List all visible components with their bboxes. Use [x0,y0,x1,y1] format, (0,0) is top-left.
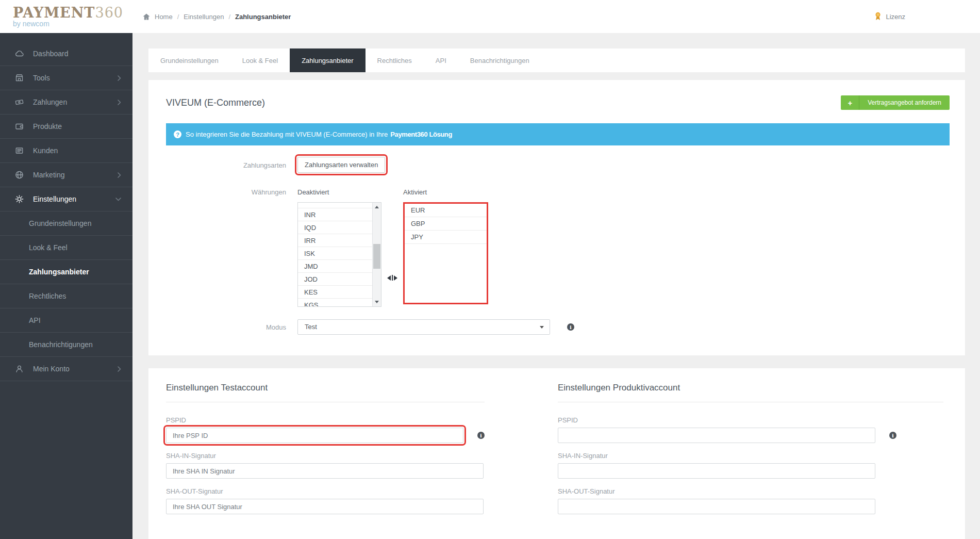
triangle-up-icon [375,206,379,208]
activated-currency-list: EUR GBP JPY [403,202,488,304]
sidebar-item-grundeinstellungen[interactable]: Grundeinstellungen [0,211,132,236]
info-icon[interactable]: i [477,432,485,439]
arrow-left-icon [387,275,391,281]
sidebar-item-mein-konto[interactable]: Mein Konto [0,357,132,381]
sidebar-item-marketing[interactable]: Marketing [0,163,132,187]
currency-option[interactable]: IRR [298,234,372,247]
sidebar-item-tools[interactable]: Tools [0,66,132,90]
currency-option[interactable]: INR [298,208,372,221]
activated-header: Aktiviert [403,188,488,196]
award-icon [874,12,882,21]
prod-account-section: Einstellungen Produktivaccount PSPID i S… [558,383,943,523]
currency-option[interactable]: KES [298,286,372,299]
sha-in-label: SHA-IN-Signatur [166,452,485,460]
scrollbar-thumb[interactable] [373,244,380,269]
sidebar-sub-label: Benachrichtigungen [29,340,93,349]
sidebar-item-look-feel[interactable]: Look & Feel [0,236,132,260]
tab-api[interactable]: API [424,48,458,72]
sidebar-item-zahlungsanbieter[interactable]: Zahlungsanbieter [0,260,132,284]
tab-grundeinstellungen[interactable]: Grundeinstellungen [148,48,230,72]
test-pspid-input[interactable] [166,428,463,443]
test-account-section: Einstellungen Testaccount PSPID i SHA-IN… [166,383,485,523]
list-partial-row [298,203,372,208]
globe-icon [14,170,24,179]
tab-zahlungsanbieter[interactable]: Zahlungsanbieter [290,48,365,72]
caret-down-icon [540,326,544,329]
currency-option[interactable]: IQD [298,221,372,234]
breadcrumb: Home / Einstellungen / Zahlungsanbieter [143,13,291,21]
test-sha-out-input[interactable] [166,499,484,514]
banner-brand-text: Payment360 Lösung [390,130,452,138]
tab-benachrichtigungen[interactable]: Benachrichtigungen [458,48,541,72]
currency-option[interactable]: JPY [405,231,487,244]
currency-option[interactable]: GBP [405,217,487,231]
sidebar-sub-label: API [29,316,41,324]
scroll-down-button[interactable] [373,298,381,306]
store-icon [14,73,24,83]
currency-option[interactable]: EUR [405,204,487,217]
divider-bar [392,275,393,281]
sidebar-item-label: Zahlungen [33,98,67,106]
scrollbar-track[interactable] [373,211,381,298]
prod-sha-out-input[interactable] [558,499,875,514]
banner-text: So integrieren Sie die Bezahlung mit VIV… [186,130,388,138]
info-icon[interactable]: i [889,432,896,439]
page-title: VIVEUM (E-Commerce) [166,97,265,108]
list-scrollbar[interactable] [372,203,381,306]
pspid-label: PSPID [166,416,485,424]
sidebar-item-einstellungen[interactable]: Einstellungen [0,187,132,211]
prod-pspid-input[interactable] [558,428,875,443]
sidebar-item-zahlungen[interactable]: Zahlungen [0,90,132,115]
test-sha-in-input[interactable] [166,463,484,479]
tab-rechtliches[interactable]: Rechtliches [366,48,424,72]
currency-option[interactable]: JOD [298,273,372,286]
logo-accent-text: 360 [95,5,123,21]
chevron-right-icon [118,172,121,178]
breadcrumb-current: Zahlungsanbieter [235,13,291,21]
accounts-card: Einstellungen Testaccount PSPID i SHA-IN… [148,368,965,539]
sidebar-item-label: Marketing [33,171,64,179]
currency-option[interactable]: JMD [298,260,372,273]
currency-option[interactable]: ISK [298,247,372,260]
breadcrumb-einstellungen[interactable]: Einstellungen [184,13,224,21]
main-content: Grundeinstellungen Look & Feel Zahlungsa… [132,33,980,539]
prod-sha-in-input[interactable] [558,463,875,479]
license-link[interactable]: Lizenz [874,12,905,21]
pspid-label: PSPID [558,416,943,424]
sidebar-item-kunden[interactable]: Kunden [0,139,132,163]
sidebar-item-dashboard[interactable]: Dashboard [0,42,132,66]
license-label: Lizenz [886,13,905,21]
scroll-up-button[interactable] [373,203,381,211]
transfer-arrows-icon [387,249,397,307]
banknote-icon [14,97,24,107]
breadcrumb-home[interactable]: Home [155,13,173,21]
logo-main-text: PAYMENT [13,5,95,21]
sidebar-nav: Dashboard Tools Zahlungen Produkte Kunde… [0,33,132,539]
mode-select[interactable]: Test [297,319,550,335]
integration-info-banner: ? So integrieren Sie die Bezahlung mit V… [166,123,950,145]
manage-payment-types-button[interactable]: Zahlungsarten verwalten [297,157,385,173]
currency-option[interactable]: KGS [298,299,372,306]
deactivated-header: Deaktiviert [297,188,381,196]
question-circle-icon: ? [174,130,181,138]
chevron-right-icon [118,366,121,372]
gear-icon [14,194,24,204]
sidebar-item-label: Einstellungen [33,195,76,203]
tab-look-feel[interactable]: Look & Feel [230,48,290,72]
sidebar-item-produkte[interactable]: Produkte [0,115,132,139]
sidebar-item-rechtliches[interactable]: Rechtliches [0,284,132,308]
app-logo[interactable]: PAYMENT360 by newcom [0,6,132,28]
plus-icon: + [841,95,859,110]
sidebar-item-label: Dashboard [33,50,69,58]
deactivated-currency-list: INR IQD IRR ISK JMD JOD KES KGS [297,202,381,307]
sidebar-sub-label: Look & Feel [29,243,68,252]
sha-out-label: SHA-OUT-Signatur [166,487,485,495]
newspaper-icon [14,146,24,155]
request-contract-button[interactable]: + Vertragsangebot anfordern [841,95,950,110]
info-icon[interactable]: i [567,323,574,331]
request-contract-label: Vertragsangebot anfordern [859,99,950,106]
triangle-down-icon [375,301,379,303]
chevron-right-icon [118,100,121,105]
sidebar-item-benachrichtigungen[interactable]: Benachrichtigungen [0,333,132,357]
sidebar-item-api[interactable]: API [0,308,132,333]
